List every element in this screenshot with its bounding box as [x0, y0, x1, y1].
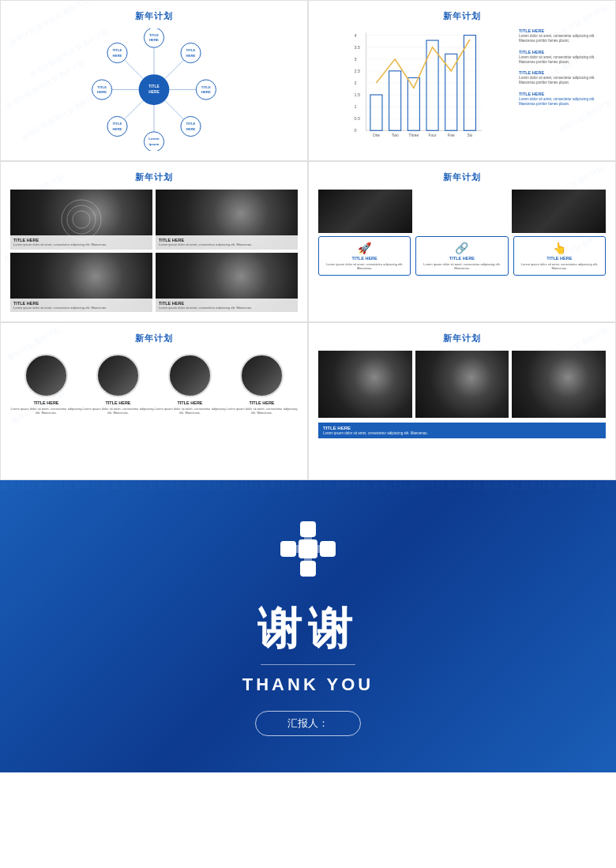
card-2-icon: 🔗	[419, 242, 504, 254]
image-cell-2: TITLE HERE Lorem ipsum dolor sit amet, c…	[156, 190, 298, 250]
legend-item-1: TITLE HERE Lorem dolor sit amet, consect…	[519, 28, 606, 43]
slide-3-imagegrid: 新年计划 新年计划 新年计划 新年计划 新年计划 TITLE HERE	[0, 161, 308, 322]
card-3-title: TITLE HERE	[517, 256, 602, 261]
reporter-label: 汇报人：	[287, 717, 329, 729]
svg-point-68	[73, 211, 90, 228]
three-image-3	[512, 351, 606, 418]
image-cell-4: TITLE HERE Lorem ipsum dolor sit amet, c…	[156, 253, 298, 313]
svg-text:2.5: 2.5	[354, 69, 359, 73]
svg-text:TITLE: TITLE	[112, 48, 122, 52]
svg-text:HERE: HERE	[186, 127, 195, 131]
svg-text:Lorem: Lorem	[148, 137, 159, 141]
circle-title-3: TITLE HERE	[154, 400, 226, 405]
image-cell-1: TITLE HERE Lorem ipsum dolor sit amet, c…	[10, 190, 152, 250]
svg-text:HERE: HERE	[149, 38, 159, 42]
svg-text:HERE: HERE	[186, 54, 195, 58]
svg-text:TITLE: TITLE	[148, 85, 160, 88]
card-3-body: Lorem ipsum dolor sit amet, consectetur …	[517, 262, 602, 270]
svg-text:TITLE: TITLE	[149, 33, 159, 37]
image-grid-2x2: TITLE HERE Lorem ipsum dolor sit amet, c…	[10, 190, 298, 312]
card-1-body: Lorem ipsum dolor sit amet, consectetur …	[322, 262, 407, 270]
three-images-row	[318, 351, 606, 418]
mindmap-container: TITLE HERE TITLE HERE TITLE HERE	[10, 28, 298, 151]
circle-image-2	[96, 354, 140, 397]
legend-item-3: TITLE HERE Lorem dolor sit amet, consect…	[519, 70, 606, 85]
svg-text:0.5: 0.5	[354, 116, 359, 121]
svg-text:2: 2	[354, 81, 356, 85]
svg-point-67	[67, 205, 96, 234]
svg-text:Three: Three	[409, 133, 419, 137]
circle-item-1: TITLE HERE Lorem ipsum dolor sit amet, c…	[10, 354, 82, 415]
thank-you-slide: 新年计划 新年计划 新年计划 新年计划 新年计划 新年计划 新年计划 新年计划 …	[0, 480, 616, 772]
svg-rect-56	[408, 77, 419, 130]
card-1-icon: 🚀	[322, 242, 407, 254]
chart-container: 4 3.5 3 2.5 2 1.5 1 0.5 0	[318, 28, 606, 151]
svg-text:HERE: HERE	[201, 90, 211, 94]
image-overlay-3: TITLE HERE Lorem ipsum dolor sit amet, c…	[10, 299, 152, 312]
card-3: 👆 TITLE HERE Lorem ipsum dolor sit amet,…	[513, 236, 606, 276]
svg-text:TITLE: TITLE	[186, 122, 195, 126]
svg-text:1.5: 1.5	[354, 92, 359, 97]
slide-5-circles: 新年计划 新年计划 新年计划 新年计划 新年计划 TITLE HERE Lore…	[0, 322, 308, 480]
slide-6-threeimages: 新年计划 新年计划 新年计划 新年计划 新年计划 TITLE HERE Lore…	[308, 322, 616, 480]
svg-rect-54	[370, 95, 382, 130]
circle-image-3	[168, 354, 212, 397]
circle-item-2: TITLE HERE Lorem ipsum dolor sit amet, c…	[82, 354, 154, 415]
svg-text:HERE: HERE	[112, 127, 122, 131]
svg-text:Five: Five	[448, 133, 455, 137]
three-image-2	[415, 351, 509, 418]
legend-item-4: TITLE HERE Lorem dolor sit amet, consect…	[519, 92, 606, 107]
card-top-image-1	[318, 190, 412, 233]
circle-title-2: TITLE HERE	[82, 400, 154, 405]
circle-item-4: TITLE HERE Lorem ipsum dolor sit amet, c…	[226, 354, 298, 415]
svg-text:Four: Four	[429, 133, 437, 137]
circle-image-1	[24, 354, 68, 397]
chart-svg: 4 3.5 3 2.5 2 1.5 1 0.5 0	[318, 28, 513, 139]
slide-4-title: 新年计划	[318, 171, 606, 183]
thank-you-chinese: 谢谢	[257, 599, 359, 659]
svg-text:4: 4	[354, 33, 356, 38]
slide-1-mindmap: 新年计划 新年计划 新年计划 新年计划 新年计划 新年计划 新年计划 新年计划 …	[0, 0, 308, 161]
slide-4-cards: 新年计划 新年计划 新年计划 新年计划 新年计划 🚀 TITLE HERE Lo…	[308, 161, 616, 322]
image-overlay-4: TITLE HERE Lorem ipsum dolor sit amet, c…	[156, 299, 298, 312]
thank-you-english: THANK YOU	[242, 674, 374, 695]
logo-svg	[276, 517, 340, 581]
svg-text:Six: Six	[468, 133, 473, 137]
ty-divider	[261, 664, 355, 665]
svg-text:One: One	[373, 133, 380, 137]
svg-text:3.5: 3.5	[354, 45, 359, 50]
card-1-title: TITLE HERE	[322, 256, 407, 261]
svg-text:TITLE: TITLE	[97, 85, 107, 89]
svg-rect-57	[426, 40, 438, 130]
circle-title-4: TITLE HERE	[226, 400, 298, 405]
svg-text:TITLE: TITLE	[186, 48, 195, 52]
circles-row: TITLE HERE Lorem ipsum dolor sit amet, c…	[10, 351, 298, 415]
slides-grid: 新年计划 新年计划 新年计划 新年计划 新年计划 新年计划 新年计划 新年计划 …	[0, 0, 616, 772]
card-1: 🚀 TITLE HERE Lorem ipsum dolor sit amet,…	[318, 236, 411, 276]
svg-text:HERE: HERE	[112, 54, 122, 58]
slide-5-title: 新年计划	[10, 333, 298, 344]
three-image-1	[318, 351, 412, 418]
legend-item-2: TITLE HERE Lorem dolor sit amet, consect…	[519, 50, 606, 65]
card-top-image-2	[512, 190, 606, 233]
svg-text:TITLE: TITLE	[112, 122, 122, 126]
card-2-body: Lorem ipsum dolor sit amet, consectetur …	[419, 262, 504, 270]
image-overlay-2: TITLE HERE Lorem ipsum dolor sit amet, c…	[156, 235, 298, 249]
image-overlay-1: TITLE HERE Lorem ipsum dolor sit amet, c…	[10, 235, 152, 249]
blue-bar-title: TITLE HERE	[323, 426, 601, 430]
slide-6-title: 新年计划	[318, 333, 606, 344]
circle-title-1: TITLE HERE	[10, 400, 82, 405]
circle-item-3: TITLE HERE Lorem ipsum dolor sit amet, c…	[154, 354, 226, 415]
cards-row: 🚀 TITLE HERE Lorem ipsum dolor sit amet,…	[318, 236, 606, 276]
blue-info-bar: TITLE HERE Lorem ipsum dolor sit amet, c…	[318, 423, 606, 438]
svg-text:HERE: HERE	[148, 90, 160, 94]
reporter-box: 汇报人：	[255, 711, 361, 736]
circle-body-2: Lorem ipsum dolor sit amet, consectetur …	[82, 407, 154, 415]
svg-text:ipsum: ipsum	[149, 142, 160, 146]
svg-text:0: 0	[354, 128, 356, 133]
blue-bar-body: Lorem ipsum dolor sit amet, consectetur …	[323, 431, 601, 435]
card-spacer	[415, 190, 509, 233]
cards-top-images	[318, 190, 606, 233]
svg-text:3: 3	[354, 57, 356, 62]
chart-area: 4 3.5 3 2.5 2 1.5 1 0.5 0	[318, 28, 513, 139]
